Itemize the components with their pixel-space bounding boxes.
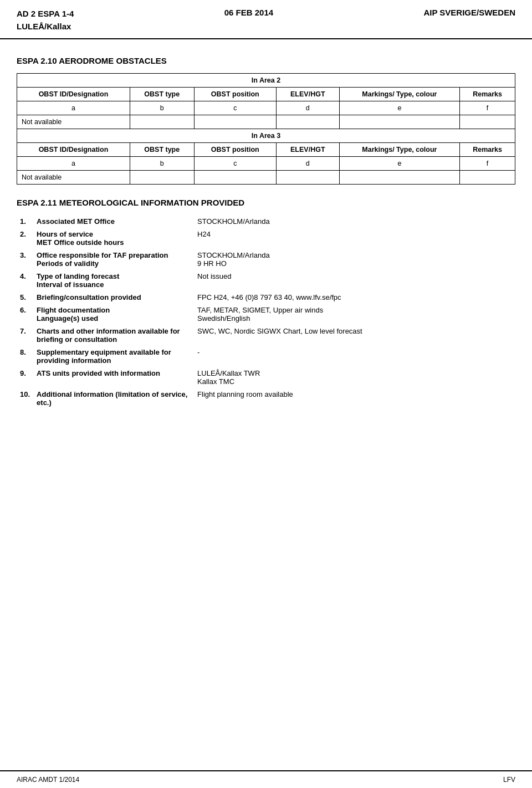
col-header-a2-e: Markings/ Type, colour <box>339 88 460 101</box>
col-header-a2-b: OBST type <box>130 88 194 101</box>
met-item-1: 1. Associated MET Office STOCKHOLM/Arlan… <box>17 215 515 228</box>
page-footer: AIRAC AMDT 1/2014 LFV <box>0 770 532 788</box>
col-header-a3-e: Markings/ Type, colour <box>339 143 460 157</box>
col-header-a2-d: ELEV/HGT <box>276 88 339 101</box>
met-label-10: Additional information (limitation of se… <box>33 388 194 409</box>
page-header: AD 2 ESPA 1-4 LULEÅ/Kallax 06 FEB 2014 A… <box>0 0 532 39</box>
met-value-1: STOCKHOLM/Arlanda <box>194 215 515 228</box>
area2-header: In Area 2 <box>17 74 515 88</box>
page-content: ESPA 2.10 AERODROME OBSTACLES In Area 2 … <box>0 39 532 442</box>
col-header-a2-f: Remarks <box>460 88 515 101</box>
met-label-1: Associated MET Office <box>33 215 194 228</box>
met-item-6: 6. Flight documentation Language(s) used… <box>17 304 515 325</box>
na-a2-e <box>339 115 460 129</box>
met-num-5: 5. <box>17 291 33 304</box>
met-item-7: 7. Charts and other information availabl… <box>17 325 515 346</box>
na-a2-c <box>194 115 276 129</box>
na-a2-a: Not available <box>17 115 130 129</box>
col-letter-a3-f: f <box>460 157 515 171</box>
met-num-1: 1. <box>17 215 33 228</box>
met-label-7: Charts and other information available f… <box>33 325 194 346</box>
col-letter-a2-d: d <box>276 101 339 115</box>
area3-header: In Area 3 <box>17 129 515 143</box>
met-num-2: 2. <box>17 228 33 249</box>
footer-left: AIRAC AMDT 1/2014 <box>17 776 79 784</box>
met-item-9: 9. ATS units provided with information L… <box>17 367 515 388</box>
header-aip: AIP SVERIGE/SWEDEN <box>423 8 515 17</box>
na-a3-d <box>276 171 339 185</box>
met-item-4: 4. Type of landing forecast Interval of … <box>17 270 515 291</box>
met-label-5: Briefing/consultation provided <box>33 291 194 304</box>
met-value-3: STOCKHOLM/Arlanda 9 HR HO <box>194 249 515 270</box>
na-a3-e <box>339 171 460 185</box>
header-left: AD 2 ESPA 1-4 LULEÅ/Kallax <box>17 8 74 33</box>
na-a2-f <box>460 115 515 129</box>
met-item-10: 10. Additional information (limitation o… <box>17 388 515 409</box>
header-date: 06 FEB 2014 <box>224 8 273 17</box>
col-letter-a2-e: e <box>339 101 460 115</box>
met-num-8: 8. <box>17 346 33 367</box>
met-value-4: Not issued <box>194 270 515 291</box>
col-letter-a2-c: c <box>194 101 276 115</box>
footer-right: LFV <box>503 776 515 784</box>
col-header-a3-f: Remarks <box>460 143 515 157</box>
met-value-7: SWC, WC, Nordic SIGWX Chart, Low level f… <box>194 325 515 346</box>
met-label-4: Type of landing forecast Interval of iss… <box>33 270 194 291</box>
na-a3-a: Not available <box>17 171 130 185</box>
col-letter-a2-a: a <box>17 101 130 115</box>
col-header-a2-a: OBST ID/Designation <box>17 88 130 101</box>
met-value-8: - <box>194 346 515 367</box>
met-item-8: 8. Supplementary equipment available for… <box>17 346 515 367</box>
met-section: ESPA 2.11 METEOROLOGICAL INFORMATION PRO… <box>17 198 515 409</box>
col-letter-a3-a: a <box>17 157 130 171</box>
na-a3-b <box>130 171 194 185</box>
col-letter-a3-c: c <box>194 157 276 171</box>
met-num-10: 10. <box>17 388 33 409</box>
met-value-6: TAF, METAR, SIGMET, Upper air winds Swed… <box>194 304 515 325</box>
met-value-5: FPC H24, +46 (0)8 797 63 40, www.lfv.se/… <box>194 291 515 304</box>
col-header-a3-b: OBST type <box>130 143 194 157</box>
met-label-2: Hours of service MET Office outside hour… <box>33 228 194 249</box>
obstacles-section-title: ESPA 2.10 AERODROME OBSTACLES <box>17 56 515 65</box>
met-num-3: 3. <box>17 249 33 270</box>
col-header-a3-a: OBST ID/Designation <box>17 143 130 157</box>
met-label-3: Office responsible for TAF preparation P… <box>33 249 194 270</box>
met-value-2: H24 <box>194 228 515 249</box>
met-label-9: ATS units provided with information <box>33 367 194 388</box>
na-a3-c <box>194 171 276 185</box>
met-num-7: 7. <box>17 325 33 346</box>
obstacles-table: In Area 2 OBST ID/Designation OBST type … <box>17 73 515 185</box>
met-section-title: ESPA 2.11 METEOROLOGICAL INFORMATION PRO… <box>17 198 515 207</box>
col-header-a3-c: OBST position <box>194 143 276 157</box>
met-item-3: 3. Office responsible for TAF preparatio… <box>17 249 515 270</box>
met-value-9: LULEÅ/Kallax TWR Kallax TMC <box>194 367 515 388</box>
col-letter-a3-b: b <box>130 157 194 171</box>
met-label-8: Supplementary equipment available for pr… <box>33 346 194 367</box>
col-letter-a2-b: b <box>130 101 194 115</box>
met-value-10: Flight planning room available <box>194 388 515 409</box>
col-letter-a3-e: e <box>339 157 460 171</box>
na-a2-b <box>130 115 194 129</box>
na-a2-d <box>276 115 339 129</box>
header-doc-id: AD 2 ESPA 1-4 <box>17 8 74 21</box>
met-num-9: 9. <box>17 367 33 388</box>
met-item-5: 5. Briefing/consultation provided FPC H2… <box>17 291 515 304</box>
met-num-6: 6. <box>17 304 33 325</box>
met-num-4: 4. <box>17 270 33 291</box>
col-letter-a2-f: f <box>460 101 515 115</box>
col-letter-a3-d: d <box>276 157 339 171</box>
col-header-a2-c: OBST position <box>194 88 276 101</box>
header-location: LULEÅ/Kallax <box>17 21 74 33</box>
na-a3-f <box>460 171 515 185</box>
col-header-a3-d: ELEV/HGT <box>276 143 339 157</box>
met-table: 1. Associated MET Office STOCKHOLM/Arlan… <box>17 215 515 409</box>
met-item-2: 2. Hours of service MET Office outside h… <box>17 228 515 249</box>
met-label-6: Flight documentation Language(s) used <box>33 304 194 325</box>
